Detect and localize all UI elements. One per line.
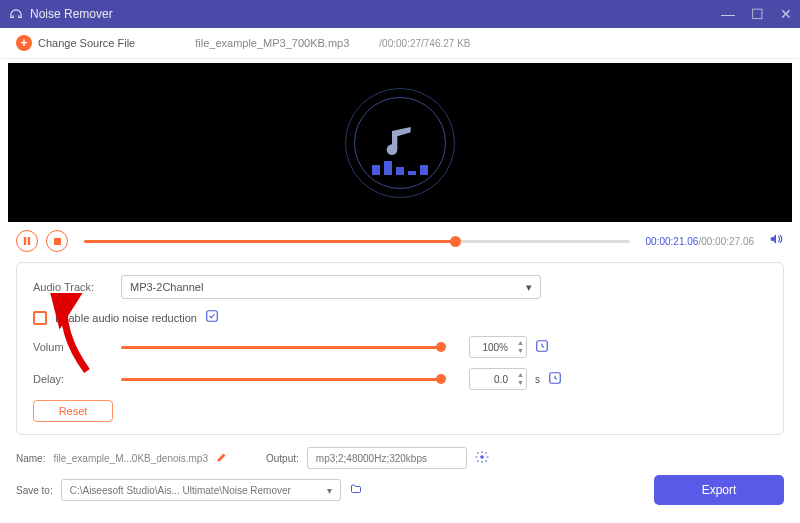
open-folder-icon[interactable] bbox=[349, 483, 363, 498]
volume-reset-icon[interactable] bbox=[535, 339, 549, 356]
delay-label: Delay: bbox=[33, 373, 113, 385]
progress-slider[interactable] bbox=[84, 240, 630, 243]
pause-button[interactable] bbox=[16, 230, 38, 252]
controls-area: 00:00:21.06/00:00:27.06 Audio Track: MP3… bbox=[0, 222, 800, 443]
audio-track-value: MP3-2Channel bbox=[130, 281, 203, 293]
source-info: /00:00:27/746.27 KB bbox=[379, 38, 470, 49]
noise-settings-icon[interactable] bbox=[205, 309, 219, 326]
reset-button[interactable]: Reset bbox=[33, 400, 113, 422]
chevron-down-icon: ▾ bbox=[526, 281, 532, 294]
volume-label: Volum bbox=[33, 341, 113, 353]
volume-icon[interactable] bbox=[768, 232, 784, 250]
delay-reset-icon[interactable] bbox=[548, 371, 562, 388]
delay-slider[interactable] bbox=[121, 378, 441, 381]
output-label: Output: bbox=[266, 453, 299, 464]
music-note-icon bbox=[384, 123, 416, 163]
audio-track-label: Audio Track: bbox=[33, 281, 113, 293]
settings-panel: Audio Track: MP3-2Channel ▾ Enable audio… bbox=[16, 262, 784, 435]
music-visualizer bbox=[345, 88, 455, 198]
minimize-button[interactable]: — bbox=[721, 6, 735, 22]
enable-noise-checkbox[interactable] bbox=[33, 311, 47, 325]
export-button[interactable]: Export bbox=[654, 475, 784, 505]
total-time: 00:00:27.06 bbox=[701, 236, 754, 247]
app-title: Noise Remover bbox=[30, 7, 721, 21]
svg-rect-0 bbox=[24, 237, 26, 245]
output-settings-icon[interactable] bbox=[475, 450, 489, 467]
plus-icon: + bbox=[16, 35, 32, 51]
chevron-down-icon: ▾ bbox=[327, 485, 332, 496]
current-time: 00:00:21.06 bbox=[646, 236, 699, 247]
playback-bar: 00:00:21.06/00:00:27.06 bbox=[16, 230, 784, 252]
close-button[interactable]: ✕ bbox=[780, 6, 792, 22]
change-source-button[interactable]: + Change Source File bbox=[16, 35, 135, 51]
titlebar: Noise Remover — ☐ ✕ bbox=[0, 0, 800, 28]
delay-stepper[interactable]: 0.0 ▲▼ bbox=[469, 368, 527, 390]
svg-rect-1 bbox=[28, 237, 30, 245]
svg-point-6 bbox=[480, 455, 484, 459]
name-value: file_example_M...0KB_denois.mp3 bbox=[53, 453, 208, 464]
svg-rect-2 bbox=[54, 238, 61, 245]
app-window: Noise Remover — ☐ ✕ + Change Source File… bbox=[0, 0, 800, 523]
volume-slider[interactable] bbox=[121, 346, 441, 349]
equalizer-icon bbox=[372, 161, 428, 175]
output-value: mp3;2;48000Hz;320kbps bbox=[316, 453, 427, 464]
change-source-label: Change Source File bbox=[38, 37, 135, 49]
time-display: 00:00:21.06/00:00:27.06 bbox=[646, 236, 754, 247]
source-filename: file_example_MP3_700KB.mp3 bbox=[195, 37, 349, 49]
header-bar: + Change Source File file_example_MP3_70… bbox=[0, 28, 800, 60]
audio-track-select[interactable]: MP3-2Channel ▾ bbox=[121, 275, 541, 299]
window-controls: — ☐ ✕ bbox=[721, 6, 792, 22]
maximize-button[interactable]: ☐ bbox=[751, 6, 764, 22]
name-label: Name: bbox=[16, 453, 45, 464]
delay-value: 0.0 bbox=[494, 374, 508, 385]
stop-button[interactable] bbox=[46, 230, 68, 252]
footer: Name: file_example_M...0KB_denois.mp3 Ou… bbox=[0, 443, 800, 523]
output-format-select[interactable]: mp3;2;48000Hz;320kbps bbox=[307, 447, 467, 469]
volume-stepper[interactable]: 100% ▲▼ bbox=[469, 336, 527, 358]
svg-rect-3 bbox=[207, 311, 218, 322]
saveto-label: Save to: bbox=[16, 485, 53, 496]
enable-noise-label: Enable audio noise reduction bbox=[55, 312, 197, 324]
saveto-select[interactable]: C:\Aiseesoft Studio\Ais... Ultimate\Nois… bbox=[61, 479, 341, 501]
delay-unit: s bbox=[535, 374, 540, 385]
volume-value: 100% bbox=[482, 342, 508, 353]
app-icon bbox=[8, 6, 24, 22]
preview-area bbox=[8, 63, 792, 222]
saveto-value: C:\Aiseesoft Studio\Ais... Ultimate\Nois… bbox=[70, 485, 291, 496]
edit-name-icon[interactable] bbox=[216, 451, 228, 466]
